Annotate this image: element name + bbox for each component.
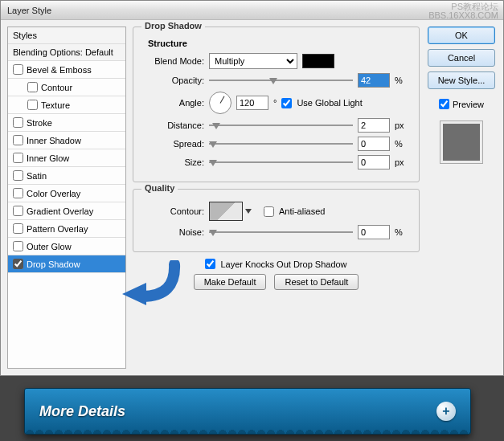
opacity-slider[interactable] — [209, 75, 353, 86]
checkbox[interactable] — [13, 241, 23, 251]
opacity-input[interactable] — [358, 73, 390, 88]
chevron-down-icon — [245, 209, 252, 214]
use-global-light-checkbox[interactable] — [281, 98, 292, 108]
sidebar-item-inner-glow[interactable]: Inner Glow — [8, 149, 125, 167]
spread-unit: % — [395, 139, 411, 149]
scallop-decoration — [25, 426, 470, 434]
size-slider[interactable] — [209, 157, 353, 168]
more-details-bar[interactable]: More Details + — [24, 388, 471, 435]
checkbox[interactable] — [13, 170, 23, 181]
angle-input[interactable] — [236, 96, 268, 110]
make-default-button[interactable]: Make Default — [194, 274, 267, 290]
sidebar-item-gradient-overlay[interactable]: Gradient Overlay — [8, 202, 125, 220]
checkbox[interactable] — [13, 64, 23, 75]
sidebar-blending-header[interactable]: Blending Options: Default — [8, 44, 125, 61]
quality-legend: Quality — [141, 183, 178, 193]
blend-mode-label: Blend Mode: — [141, 56, 204, 66]
checkbox[interactable] — [13, 135, 23, 145]
new-style-button[interactable]: New Style... — [428, 71, 495, 89]
noise-unit: % — [395, 227, 411, 237]
drop-shadow-legend: Drop Shadow — [141, 21, 205, 31]
more-details-title: More Details — [39, 403, 125, 420]
cancel-button[interactable]: Cancel — [428, 49, 495, 67]
plus-icon[interactable]: + — [436, 402, 456, 421]
drop-shadow-fieldset: Drop Shadow Structure Blend Mode: Multip… — [133, 27, 420, 182]
contour-picker[interactable] — [209, 202, 243, 221]
sidebar-item-bevel-emboss[interactable]: Bevel & Emboss — [8, 61, 125, 79]
checkbox[interactable] — [27, 100, 38, 110]
distance-slider[interactable] — [209, 120, 353, 131]
angle-dial[interactable] — [209, 92, 232, 114]
reset-default-button[interactable]: Reset to Default — [274, 274, 359, 290]
noise-slider[interactable] — [209, 227, 353, 238]
styles-sidebar: Styles Blending Options: Default Bevel &… — [7, 27, 126, 369]
opacity-label: Opacity: — [141, 76, 204, 85]
sidebar-item-satin[interactable]: Satin — [8, 167, 125, 185]
noise-input[interactable] — [358, 225, 390, 239]
sidebar-item-contour[interactable]: Contour — [8, 79, 125, 96]
checkbox[interactable] — [13, 259, 23, 269]
preview-checkbox[interactable] — [439, 99, 449, 109]
angle-unit: ° — [273, 98, 277, 108]
anti-aliased-label: Anti-aliased — [279, 206, 325, 216]
spread-label: Spread: — [141, 139, 204, 149]
watermark: PS教程论坛 BBS.16XX8.COM — [428, 2, 498, 20]
sidebar-item-inner-shadow[interactable]: Inner Shadow — [8, 132, 125, 149]
structure-title: Structure — [148, 39, 411, 48]
preview-label: Preview — [453, 100, 484, 109]
titlebar: Layer Style PS教程论坛 BBS.16XX8.COM — [1, 1, 503, 20]
contour-label: Contour: — [141, 206, 204, 216]
use-global-light-label: Use Global Light — [297, 98, 362, 108]
checkbox[interactable] — [27, 82, 38, 92]
noise-label: Noise: — [141, 227, 204, 237]
layer-style-dialog: Layer Style PS教程论坛 BBS.16XX8.COM Styles … — [0, 0, 504, 376]
main-area: Styles Blending Options: Default Bevel &… — [1, 20, 503, 375]
blend-mode-select[interactable]: Multiply — [209, 53, 297, 69]
window-title: Layer Style — [7, 6, 51, 15]
distance-unit: px — [395, 120, 411, 130]
preview-swatch — [440, 120, 483, 164]
checkbox[interactable] — [13, 117, 23, 128]
sidebar-styles-header[interactable]: Styles — [8, 27, 125, 44]
sidebar-item-texture[interactable]: Texture — [8, 96, 125, 114]
quality-fieldset: Quality Contour: Anti-aliased Noise: % — [133, 189, 420, 252]
ok-button[interactable]: OK — [428, 27, 495, 44]
size-unit: px — [395, 157, 411, 167]
sidebar-item-stroke[interactable]: Stroke — [8, 114, 125, 132]
size-input[interactable] — [358, 155, 390, 169]
sidebar-item-drop-shadow[interactable]: Drop Shadow — [8, 255, 125, 273]
distance-input[interactable] — [358, 118, 390, 133]
sidebar-item-outer-glow[interactable]: Outer Glow — [8, 238, 125, 255]
right-column: OK Cancel New Style... Preview — [426, 27, 497, 369]
checkbox[interactable] — [13, 188, 23, 198]
checkbox[interactable] — [13, 153, 23, 163]
size-label: Size: — [141, 157, 204, 167]
checkbox[interactable] — [13, 206, 23, 216]
angle-label: Angle: — [141, 98, 204, 108]
settings-panel: Drop Shadow Structure Blend Mode: Multip… — [133, 27, 420, 369]
checkbox[interactable] — [13, 223, 23, 234]
knockout-checkbox[interactable] — [205, 259, 215, 269]
knockout-label: Layer Knocks Out Drop Shadow — [220, 259, 346, 269]
color-swatch[interactable] — [302, 54, 334, 68]
distance-label: Distance: — [141, 120, 204, 130]
spread-slider[interactable] — [209, 138, 353, 149]
spread-input[interactable] — [358, 137, 390, 151]
sidebar-item-pattern-overlay[interactable]: Pattern Overlay — [8, 220, 125, 238]
anti-aliased-checkbox[interactable] — [264, 206, 274, 217]
sidebar-item-color-overlay[interactable]: Color Overlay — [8, 185, 125, 202]
opacity-unit: % — [395, 76, 411, 85]
